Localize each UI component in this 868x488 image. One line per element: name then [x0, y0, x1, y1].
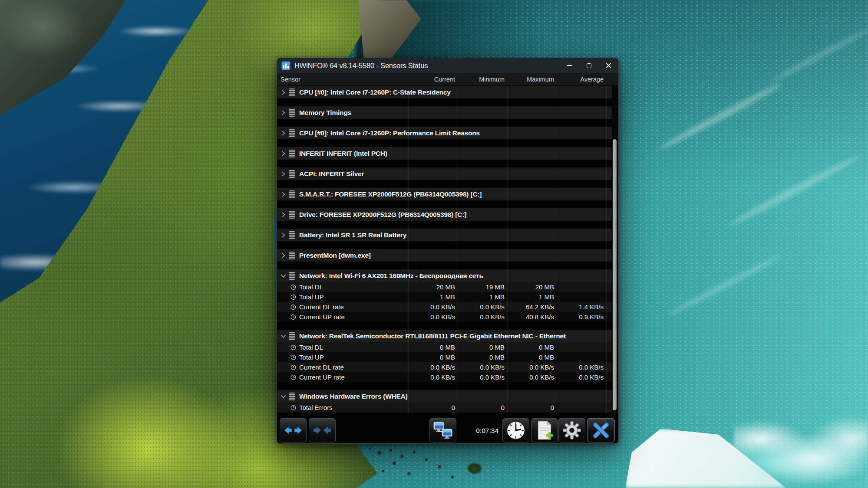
sensor-group-label: Memory Timings [299, 109, 351, 117]
chevron-icon[interactable] [281, 191, 286, 197]
value-minimum: 0 MB [458, 344, 507, 351]
chevron-icon[interactable] [281, 212, 286, 217]
value-maximum: 1 MB [507, 293, 557, 301]
sensor-chip-icon [289, 393, 295, 400]
value-minimum: 0.0 KB/s [458, 303, 507, 311]
sensor-group-row[interactable]: Battery: Intel SR 1 SR Real Battery [277, 229, 618, 241]
sensor-group-row[interactable]: Drive: FORESEE XP2000F512G (PB6314Q00539… [277, 208, 618, 221]
chevron-icon[interactable] [281, 171, 286, 177]
value-average: 0.0 KB/s [557, 364, 606, 371]
clock-metric-icon [290, 374, 296, 380]
sensor-group-row[interactable]: Network: Intel Wi-Fi 6 AX201 160MHz - Бе… [277, 269, 618, 282]
column-header-average[interactable]: Average [557, 76, 606, 83]
sensor-group-row[interactable]: CPU [#0]: Intel Core i7-1260P: C-State R… [277, 86, 618, 98]
chevron-icon[interactable] [281, 89, 286, 95]
chevron-icon[interactable] [281, 232, 286, 238]
remote-monitors-icon [433, 421, 453, 439]
section-gap [277, 139, 618, 147]
sensor-value-row[interactable]: Total UP 0 MB 0 MB 0 MB [277, 352, 618, 362]
clock-icon [506, 420, 526, 440]
hwinfo-sensors-window: HWiNFO® 64 v8.14-5580 - Sensors Status S… [277, 58, 619, 444]
clock-metric-icon [290, 304, 296, 310]
close-x-icon [591, 421, 611, 439]
logging-button[interactable] [531, 418, 558, 442]
clock-button[interactable] [502, 418, 529, 442]
value-maximum: 0 [507, 404, 557, 411]
sensor-value-row[interactable]: Total Errors 0 0 0 [277, 403, 618, 413]
bottom-toolbar: 0:07:34 [277, 414, 618, 444]
wallpaper-foam-corner [734, 412, 868, 488]
sensor-value-row[interactable]: Current DL rate 0.0 KB/s 0.0 KB/s 0.0 KB… [277, 362, 618, 372]
maximize-button[interactable] [579, 58, 599, 73]
value-minimum: 0 MB [458, 354, 507, 361]
section-gap [277, 98, 618, 106]
metric-label: Current UP rate [299, 373, 345, 381]
sensor-value-row[interactable]: Total UP 1 MB 1 MB 1 MB [277, 292, 618, 302]
chevron-icon[interactable] [281, 130, 286, 136]
value-average: 0.9 KB/s [557, 313, 606, 321]
clock-metric-icon [290, 354, 296, 360]
value-minimum: 0.0 KB/s [458, 364, 507, 371]
column-header-maximum[interactable]: Maximum [507, 76, 557, 83]
sensor-chip-icon [289, 252, 295, 259]
expand-arrows-icon [284, 425, 303, 436]
clock-metric-icon [290, 314, 296, 320]
sensor-group-label: Drive: FORESEE XP2000F512G (PB6314Q00539… [299, 211, 466, 219]
value-average: 1.4 KB/s [557, 303, 606, 311]
close-sensors-button[interactable] [587, 418, 615, 442]
sensor-group-row[interactable]: INFERIT INFERIT (Intel PCH) [277, 147, 618, 160]
sensor-value-row[interactable]: Current UP rate 0.0 KB/s 0.0 KB/s 40.8 K… [277, 312, 618, 322]
expand-columns-button[interactable] [280, 418, 307, 442]
settings-button[interactable] [558, 418, 585, 442]
sensor-value-row[interactable]: Total DL 20 MB 19 MB 20 MB [277, 282, 618, 292]
sensor-group-row[interactable]: Memory Timings [277, 106, 618, 119]
sensor-group-row[interactable]: Windows Hardware Errors (WHEA) [277, 390, 618, 403]
sensor-list: CPU [#0]: Intel Core i7-1260P: C-State R… [277, 86, 618, 414]
section-gap [277, 200, 618, 208]
minimize-button[interactable] [560, 58, 579, 73]
value-current: 0.0 KB/s [408, 373, 458, 381]
column-header-sensor[interactable]: Sensor [277, 76, 408, 83]
scrollbar-thumb[interactable] [613, 139, 617, 410]
value-minimum: 0.0 KB/s [458, 313, 507, 321]
value-maximum: 20 MB [507, 283, 557, 291]
metric-label: Total UP [299, 354, 324, 361]
sensor-value-row[interactable]: Current DL rate 0.0 KB/s 0.0 KB/s 64.2 K… [277, 302, 618, 312]
column-header-minimum[interactable]: Minimum [458, 76, 507, 83]
metric-label: Total UP [299, 293, 324, 301]
clock-metric-icon [290, 364, 296, 370]
sensor-chip-icon [289, 231, 295, 239]
sensor-chip-icon [289, 211, 295, 219]
chevron-icon[interactable] [281, 110, 286, 115]
sensor-group-row[interactable]: ACPI: INFERIT Silver [277, 167, 618, 180]
value-current: 0 MB [408, 354, 458, 361]
sensor-value-row[interactable]: Total DL 0 MB 0 MB 0 MB [277, 342, 618, 352]
clock-metric-icon [290, 294, 296, 300]
sensor-group-label: Network: Intel Wi-Fi 6 AX201 160MHz - Бе… [299, 272, 483, 280]
chevron-icon[interactable] [281, 252, 286, 258]
scrollbar-track[interactable] [612, 86, 618, 414]
collapse-columns-button[interactable] [309, 418, 336, 442]
value-minimum: 1 MB [458, 293, 507, 301]
sensor-chip-icon [289, 129, 295, 137]
remote-monitoring-button[interactable] [429, 418, 456, 442]
value-minimum: 19 MB [458, 283, 507, 291]
sensor-group-row[interactable]: CPU [#0]: Intel Core i7-1260P: Performan… [277, 127, 618, 139]
value-maximum: 0 MB [507, 354, 557, 361]
column-header-current[interactable]: Current [408, 76, 458, 83]
sensor-value-row[interactable]: Current UP rate 0.0 KB/s 0.0 KB/s 0.0 KB… [277, 372, 618, 382]
section-gap [277, 262, 618, 269]
chevron-icon[interactable] [281, 393, 286, 399]
chevron-icon[interactable] [281, 273, 286, 278]
value-current: 0 [408, 404, 458, 411]
section-gap [277, 180, 618, 188]
sensor-group-row[interactable]: S.M.A.R.T.: FORESEE XP2000F512G (PB6314Q… [277, 188, 618, 200]
chevron-icon[interactable] [281, 333, 286, 339]
close-button[interactable] [599, 58, 618, 73]
sensor-group-row[interactable]: Network: RealTek Semiconductor RTL8168/8… [277, 330, 618, 342]
chevron-icon[interactable] [281, 151, 286, 156]
sensor-group-label: PresentMon [dwm.exe] [299, 252, 371, 259]
titlebar[interactable]: HWiNFO® 64 v8.14-5580 - Sensors Status [277, 58, 618, 73]
sensor-group-row[interactable]: PresentMon [dwm.exe] [277, 249, 618, 262]
sensor-chip-icon [289, 88, 295, 96]
